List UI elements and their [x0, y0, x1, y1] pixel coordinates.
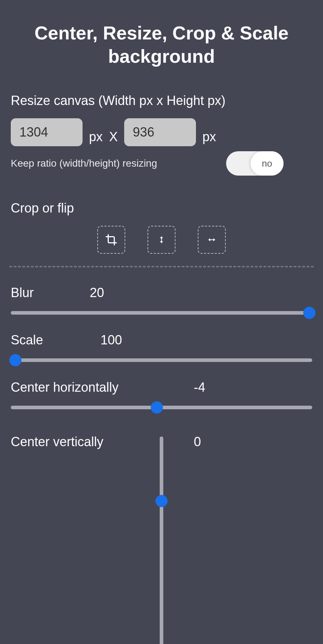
flip-vertical-icon: [157, 233, 166, 246]
blur-value: 20: [90, 285, 104, 300]
keep-ratio-label: Keep ratio (width/height) resizing: [11, 158, 212, 169]
center-vertical-label: Center vertically: [11, 434, 194, 449]
scale-slider-track[interactable]: [11, 358, 312, 362]
center-horizontal-slider-track[interactable]: [11, 406, 312, 409]
scale-label: Scale: [11, 333, 100, 348]
center-vertical-slider-thumb[interactable]: [155, 495, 168, 507]
flip-horizontal-button[interactable]: [198, 226, 226, 254]
page-title: Center, Resize, Crop & Scale background: [11, 22, 312, 68]
center-horizontal-value: -4: [194, 380, 205, 395]
blur-slider-track[interactable]: [11, 311, 312, 315]
scale-slider-thumb[interactable]: [9, 354, 22, 366]
crop-icon: [105, 234, 117, 246]
crop-button[interactable]: [97, 226, 125, 254]
center-horizontal-label: Center horizontally: [11, 380, 194, 395]
dimension-separator: X: [109, 129, 118, 144]
flip-vertical-button[interactable]: [148, 226, 175, 254]
center-vertical-value: 0: [194, 434, 201, 449]
resize-canvas-label: Resize canvas (Width px x Height px): [11, 93, 312, 108]
canvas-width-input[interactable]: [11, 118, 83, 146]
scale-value: 100: [100, 333, 122, 348]
section-divider: [9, 266, 314, 267]
canvas-height-input[interactable]: [124, 118, 196, 146]
center-horizontal-slider-thumb[interactable]: [151, 401, 163, 414]
blur-label: Blur: [11, 285, 90, 300]
blur-slider-thumb[interactable]: [303, 307, 315, 319]
keep-ratio-toggle[interactable]: no: [226, 151, 284, 176]
keep-ratio-toggle-knob: no: [251, 151, 284, 176]
width-unit-label: px: [89, 129, 103, 144]
flip-horizontal-icon: [205, 235, 218, 244]
center-vertical-slider-track[interactable]: [160, 437, 163, 644]
crop-flip-label: Crop or flip: [11, 201, 312, 216]
height-unit-label: px: [202, 129, 216, 144]
